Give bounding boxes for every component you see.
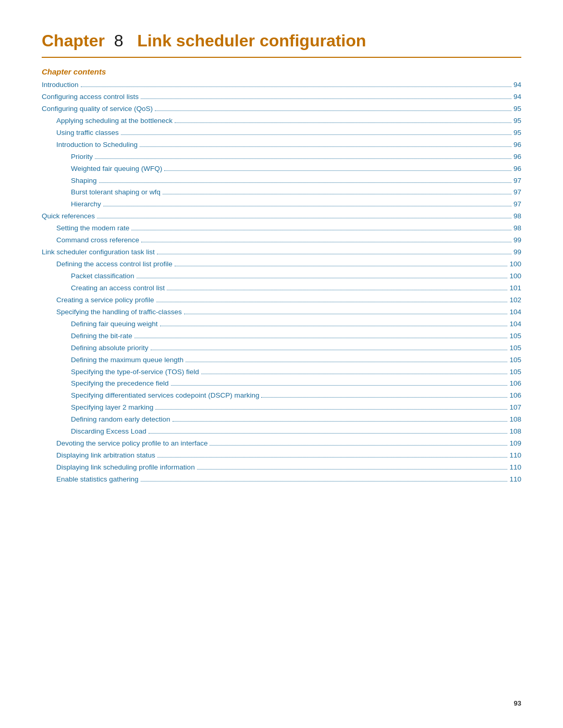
toc-item[interactable]: Introduction to Scheduling96 [42, 139, 521, 151]
toc-dots [95, 158, 511, 159]
toc-page-number: 105 [509, 366, 521, 378]
toc-page-number: 94 [513, 79, 521, 91]
toc-item[interactable]: Configuring quality of service (QoS)95 [42, 103, 521, 115]
toc-item[interactable]: Using traffic classes95 [42, 127, 521, 139]
toc-page-number: 97 [513, 187, 521, 199]
toc-item[interactable]: Link scheduler configuration task list99 [42, 246, 521, 258]
toc-item[interactable]: Creating a service policy profile102 [42, 294, 521, 306]
chapter-label: Chapter [42, 31, 105, 50]
toc-item-text: Using traffic classes [56, 127, 119, 139]
toc-item[interactable]: Command cross reference99 [42, 235, 521, 246]
toc-page-number: 100 [509, 258, 521, 270]
toc-item-text: Weighted fair queuing (WFQ) [71, 163, 162, 175]
toc-item[interactable]: Defining random early detection108 [42, 414, 521, 426]
toc-item-text: Defining random early detection [71, 414, 170, 426]
toc-dots [140, 146, 511, 147]
toc-item-text: Shaping [71, 175, 97, 187]
toc-item[interactable]: Defining fair queuing weight104 [42, 318, 521, 330]
toc-item-text: Introduction [42, 79, 79, 91]
toc-item-text: Creating a service policy profile [56, 294, 154, 306]
toc-item[interactable]: Defining absolute priority105 [42, 342, 521, 354]
toc-item[interactable]: Priority96 [42, 151, 521, 163]
toc-page-number: 104 [509, 306, 521, 318]
toc-dots [141, 98, 511, 99]
toc-dots [167, 290, 507, 290]
toc-item[interactable]: Specifying differentiated services codep… [42, 390, 521, 402]
toc-page-number: 99 [513, 246, 521, 258]
toc-dots [99, 182, 511, 183]
toc-dots [261, 397, 507, 398]
toc-page-number: 99 [513, 235, 521, 246]
toc-dots [151, 350, 508, 350]
toc-item[interactable]: Displaying link scheduling profile infor… [42, 462, 521, 474]
toc-dots [210, 445, 507, 446]
toc-item-text: Specifying layer 2 marking [71, 402, 153, 414]
toc-item[interactable]: Enable statistics gathering110 [42, 474, 521, 486]
toc-item-text: Defining fair queuing weight [71, 318, 158, 330]
toc-item[interactable]: Displaying link arbitration status110 [42, 450, 521, 462]
toc-page-number: 106 [509, 378, 521, 390]
toc-dots [134, 338, 508, 338]
toc-page-number: 105 [509, 330, 521, 342]
toc-item-text: Specifying the handling of traffic-class… [56, 306, 182, 318]
toc-item[interactable]: Shaping97 [42, 175, 521, 187]
toc-page-number: 97 [513, 175, 521, 187]
toc-dots [197, 469, 508, 470]
toc-page-number: 100 [509, 270, 521, 282]
toc-page-number: 97 [513, 199, 521, 211]
toc-item-text: Configuring access control lists [42, 91, 139, 103]
chapter-contents-label: Chapter contents [42, 67, 521, 76]
toc-dots [155, 110, 511, 111]
toc-item[interactable]: Specifying the handling of traffic-class… [42, 306, 521, 318]
toc-item-text: Packet classification [71, 270, 134, 282]
toc-item[interactable]: Introduction94 [42, 79, 521, 91]
toc-item-text: Specifying the precedence field [71, 378, 169, 390]
toc-item-text: Specifying the type-of-service (TOS) fie… [71, 366, 199, 378]
toc-item[interactable]: Specifying the type-of-service (TOS) fie… [42, 366, 521, 378]
toc-dots [103, 206, 511, 206]
toc-page-number: 110 [509, 462, 521, 474]
toc-item[interactable]: Defining the access control list profile… [42, 258, 521, 270]
toc-page-number: 104 [509, 318, 521, 330]
toc-dots [171, 385, 508, 386]
toc-item[interactable]: Quick references98 [42, 211, 521, 223]
toc-item-text: Link scheduler configuration task list [42, 246, 155, 258]
toc-page-number: 108 [509, 426, 521, 438]
toc-item[interactable]: Hierarchy97 [42, 199, 521, 211]
toc-item-text: Defining absolute priority [71, 342, 149, 354]
toc-item[interactable]: Packet classification100 [42, 270, 521, 282]
toc-dots [163, 194, 511, 194]
toc-item-text: Defining the maximum queue length [71, 354, 183, 366]
toc-item-text: Burst tolerant shaping or wfq [71, 187, 161, 199]
toc-item[interactable]: Defining the bit-rate105 [42, 330, 521, 342]
toc-item[interactable]: Weighted fair queuing (WFQ)96 [42, 163, 521, 175]
chapter-title-text: Link scheduler configuration [137, 31, 366, 50]
toc-item[interactable]: Specifying the precedence field106 [42, 378, 521, 390]
toc-item[interactable]: Applying scheduling at the bottleneck95 [42, 115, 521, 127]
toc-item-text: Enable statistics gathering [56, 474, 139, 486]
toc-item-text: Defining the bit-rate [71, 330, 132, 342]
toc-page-number: 110 [509, 450, 521, 462]
toc-dots [184, 314, 508, 314]
toc-dots [175, 266, 508, 266]
toc-item-text: Devoting the service policy profile to a… [56, 438, 207, 450]
toc-item[interactable]: Configuring access control lists94 [42, 91, 521, 103]
toc-item[interactable]: Defining the maximum queue length105 [42, 354, 521, 366]
toc-item[interactable]: Burst tolerant shaping or wfq97 [42, 187, 521, 199]
toc-item[interactable]: Creating an access control list101 [42, 282, 521, 294]
toc-dots [160, 326, 508, 326]
toc-item-text: Quick references [42, 211, 95, 223]
toc-item-text: Setting the modem rate [56, 223, 129, 235]
toc-dots [201, 374, 508, 374]
page-number: 93 [514, 699, 521, 707]
toc-item-text: Creating an access control list [71, 282, 165, 294]
toc-item[interactable]: Setting the modem rate98 [42, 223, 521, 235]
chapter-title: Chapter 8 Link scheduler configuration [42, 31, 521, 51]
toc-page-number: 98 [513, 223, 521, 235]
toc-page-number: 105 [509, 342, 521, 354]
toc-item-text: Configuring quality of service (QoS) [42, 103, 153, 115]
toc-dots [173, 421, 508, 422]
toc-item[interactable]: Devoting the service policy profile to a… [42, 438, 521, 450]
toc-item[interactable]: Specifying layer 2 marking107 [42, 402, 521, 414]
toc-item[interactable]: Discarding Excess Load108 [42, 426, 521, 438]
